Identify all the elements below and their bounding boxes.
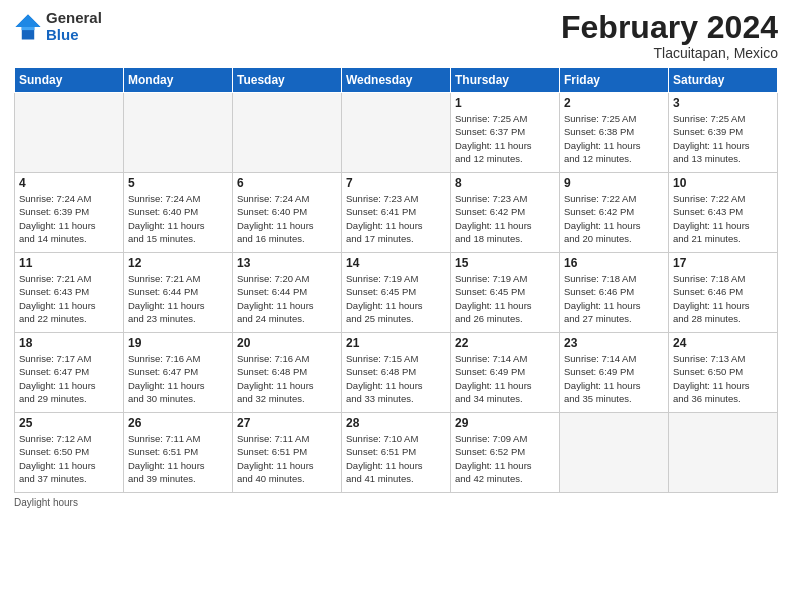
calendar-cell: 2Sunrise: 7:25 AMSunset: 6:38 PMDaylight… bbox=[560, 93, 669, 173]
calendar-cell: 26Sunrise: 7:11 AMSunset: 6:51 PMDayligh… bbox=[124, 413, 233, 493]
day-info: Sunrise: 7:15 AMSunset: 6:48 PMDaylight:… bbox=[346, 352, 446, 405]
calendar-cell: 22Sunrise: 7:14 AMSunset: 6:49 PMDayligh… bbox=[451, 333, 560, 413]
calendar-cell bbox=[15, 93, 124, 173]
calendar-header-tuesday: Tuesday bbox=[233, 68, 342, 93]
day-info: Sunrise: 7:17 AMSunset: 6:47 PMDaylight:… bbox=[19, 352, 119, 405]
calendar-cell: 19Sunrise: 7:16 AMSunset: 6:47 PMDayligh… bbox=[124, 333, 233, 413]
calendar-cell: 4Sunrise: 7:24 AMSunset: 6:39 PMDaylight… bbox=[15, 173, 124, 253]
day-number: 24 bbox=[673, 336, 773, 350]
day-info: Sunrise: 7:21 AMSunset: 6:44 PMDaylight:… bbox=[128, 272, 228, 325]
calendar-cell: 16Sunrise: 7:18 AMSunset: 6:46 PMDayligh… bbox=[560, 253, 669, 333]
calendar-header-sunday: Sunday bbox=[15, 68, 124, 93]
calendar-cell bbox=[233, 93, 342, 173]
day-info: Sunrise: 7:25 AMSunset: 6:39 PMDaylight:… bbox=[673, 112, 773, 165]
day-number: 21 bbox=[346, 336, 446, 350]
calendar-cell: 8Sunrise: 7:23 AMSunset: 6:42 PMDaylight… bbox=[451, 173, 560, 253]
day-info: Sunrise: 7:21 AMSunset: 6:43 PMDaylight:… bbox=[19, 272, 119, 325]
calendar-cell: 23Sunrise: 7:14 AMSunset: 6:49 PMDayligh… bbox=[560, 333, 669, 413]
day-info: Sunrise: 7:19 AMSunset: 6:45 PMDaylight:… bbox=[455, 272, 555, 325]
day-number: 7 bbox=[346, 176, 446, 190]
calendar-cell: 29Sunrise: 7:09 AMSunset: 6:52 PMDayligh… bbox=[451, 413, 560, 493]
day-number: 10 bbox=[673, 176, 773, 190]
day-number: 27 bbox=[237, 416, 337, 430]
calendar-cell: 18Sunrise: 7:17 AMSunset: 6:47 PMDayligh… bbox=[15, 333, 124, 413]
day-number: 5 bbox=[128, 176, 228, 190]
day-info: Sunrise: 7:22 AMSunset: 6:43 PMDaylight:… bbox=[673, 192, 773, 245]
day-info: Sunrise: 7:20 AMSunset: 6:44 PMDaylight:… bbox=[237, 272, 337, 325]
calendar-cell: 25Sunrise: 7:12 AMSunset: 6:50 PMDayligh… bbox=[15, 413, 124, 493]
logo-blue: Blue bbox=[46, 27, 102, 44]
day-number: 14 bbox=[346, 256, 446, 270]
day-info: Sunrise: 7:11 AMSunset: 6:51 PMDaylight:… bbox=[128, 432, 228, 485]
day-info: Sunrise: 7:10 AMSunset: 6:51 PMDaylight:… bbox=[346, 432, 446, 485]
calendar-cell: 1Sunrise: 7:25 AMSunset: 6:37 PMDaylight… bbox=[451, 93, 560, 173]
day-number: 19 bbox=[128, 336, 228, 350]
month-title: February 2024 bbox=[561, 10, 778, 45]
day-number: 6 bbox=[237, 176, 337, 190]
calendar-cell: 20Sunrise: 7:16 AMSunset: 6:48 PMDayligh… bbox=[233, 333, 342, 413]
calendar-header-monday: Monday bbox=[124, 68, 233, 93]
day-info: Sunrise: 7:14 AMSunset: 6:49 PMDaylight:… bbox=[564, 352, 664, 405]
calendar-cell bbox=[342, 93, 451, 173]
calendar-week-1: 4Sunrise: 7:24 AMSunset: 6:39 PMDaylight… bbox=[15, 173, 778, 253]
calendar-cell bbox=[124, 93, 233, 173]
day-info: Sunrise: 7:24 AMSunset: 6:40 PMDaylight:… bbox=[128, 192, 228, 245]
calendar-cell: 17Sunrise: 7:18 AMSunset: 6:46 PMDayligh… bbox=[669, 253, 778, 333]
calendar-cell: 7Sunrise: 7:23 AMSunset: 6:41 PMDaylight… bbox=[342, 173, 451, 253]
day-number: 18 bbox=[19, 336, 119, 350]
calendar-cell: 28Sunrise: 7:10 AMSunset: 6:51 PMDayligh… bbox=[342, 413, 451, 493]
day-number: 20 bbox=[237, 336, 337, 350]
logo-general: General bbox=[46, 10, 102, 27]
calendar-cell: 6Sunrise: 7:24 AMSunset: 6:40 PMDaylight… bbox=[233, 173, 342, 253]
day-number: 29 bbox=[455, 416, 555, 430]
day-number: 4 bbox=[19, 176, 119, 190]
calendar-header-row: SundayMondayTuesdayWednesdayThursdayFrid… bbox=[15, 68, 778, 93]
day-info: Sunrise: 7:19 AMSunset: 6:45 PMDaylight:… bbox=[346, 272, 446, 325]
calendar-week-2: 11Sunrise: 7:21 AMSunset: 6:43 PMDayligh… bbox=[15, 253, 778, 333]
day-info: Sunrise: 7:23 AMSunset: 6:41 PMDaylight:… bbox=[346, 192, 446, 245]
calendar-cell: 27Sunrise: 7:11 AMSunset: 6:51 PMDayligh… bbox=[233, 413, 342, 493]
day-info: Sunrise: 7:24 AMSunset: 6:39 PMDaylight:… bbox=[19, 192, 119, 245]
day-number: 17 bbox=[673, 256, 773, 270]
day-number: 15 bbox=[455, 256, 555, 270]
calendar-cell: 13Sunrise: 7:20 AMSunset: 6:44 PMDayligh… bbox=[233, 253, 342, 333]
calendar-cell bbox=[560, 413, 669, 493]
day-info: Sunrise: 7:16 AMSunset: 6:48 PMDaylight:… bbox=[237, 352, 337, 405]
calendar-cell: 10Sunrise: 7:22 AMSunset: 6:43 PMDayligh… bbox=[669, 173, 778, 253]
day-number: 11 bbox=[19, 256, 119, 270]
day-info: Sunrise: 7:24 AMSunset: 6:40 PMDaylight:… bbox=[237, 192, 337, 245]
day-info: Sunrise: 7:11 AMSunset: 6:51 PMDaylight:… bbox=[237, 432, 337, 485]
footer: Daylight hours bbox=[14, 497, 778, 508]
daylight-label: Daylight hours bbox=[14, 497, 78, 508]
calendar-header-saturday: Saturday bbox=[669, 68, 778, 93]
calendar-header-wednesday: Wednesday bbox=[342, 68, 451, 93]
svg-rect-2 bbox=[22, 27, 34, 30]
day-info: Sunrise: 7:14 AMSunset: 6:49 PMDaylight:… bbox=[455, 352, 555, 405]
page: General Blue February 2024 Tlacuitapan, … bbox=[0, 0, 792, 612]
day-info: Sunrise: 7:25 AMSunset: 6:38 PMDaylight:… bbox=[564, 112, 664, 165]
day-number: 22 bbox=[455, 336, 555, 350]
calendar-week-3: 18Sunrise: 7:17 AMSunset: 6:47 PMDayligh… bbox=[15, 333, 778, 413]
calendar-table: SundayMondayTuesdayWednesdayThursdayFrid… bbox=[14, 67, 778, 493]
calendar-cell: 24Sunrise: 7:13 AMSunset: 6:50 PMDayligh… bbox=[669, 333, 778, 413]
day-info: Sunrise: 7:18 AMSunset: 6:46 PMDaylight:… bbox=[564, 272, 664, 325]
logo-icon bbox=[14, 13, 42, 41]
calendar-week-0: 1Sunrise: 7:25 AMSunset: 6:37 PMDaylight… bbox=[15, 93, 778, 173]
calendar-cell: 11Sunrise: 7:21 AMSunset: 6:43 PMDayligh… bbox=[15, 253, 124, 333]
calendar-cell: 9Sunrise: 7:22 AMSunset: 6:42 PMDaylight… bbox=[560, 173, 669, 253]
calendar-cell: 12Sunrise: 7:21 AMSunset: 6:44 PMDayligh… bbox=[124, 253, 233, 333]
day-info: Sunrise: 7:13 AMSunset: 6:50 PMDaylight:… bbox=[673, 352, 773, 405]
title-block: February 2024 Tlacuitapan, Mexico bbox=[561, 10, 778, 61]
location-title: Tlacuitapan, Mexico bbox=[561, 45, 778, 61]
calendar-cell: 5Sunrise: 7:24 AMSunset: 6:40 PMDaylight… bbox=[124, 173, 233, 253]
calendar-cell bbox=[669, 413, 778, 493]
day-number: 16 bbox=[564, 256, 664, 270]
day-number: 12 bbox=[128, 256, 228, 270]
day-info: Sunrise: 7:12 AMSunset: 6:50 PMDaylight:… bbox=[19, 432, 119, 485]
day-number: 3 bbox=[673, 96, 773, 110]
day-number: 8 bbox=[455, 176, 555, 190]
day-info: Sunrise: 7:22 AMSunset: 6:42 PMDaylight:… bbox=[564, 192, 664, 245]
day-number: 2 bbox=[564, 96, 664, 110]
day-info: Sunrise: 7:18 AMSunset: 6:46 PMDaylight:… bbox=[673, 272, 773, 325]
logo: General Blue bbox=[14, 10, 102, 43]
